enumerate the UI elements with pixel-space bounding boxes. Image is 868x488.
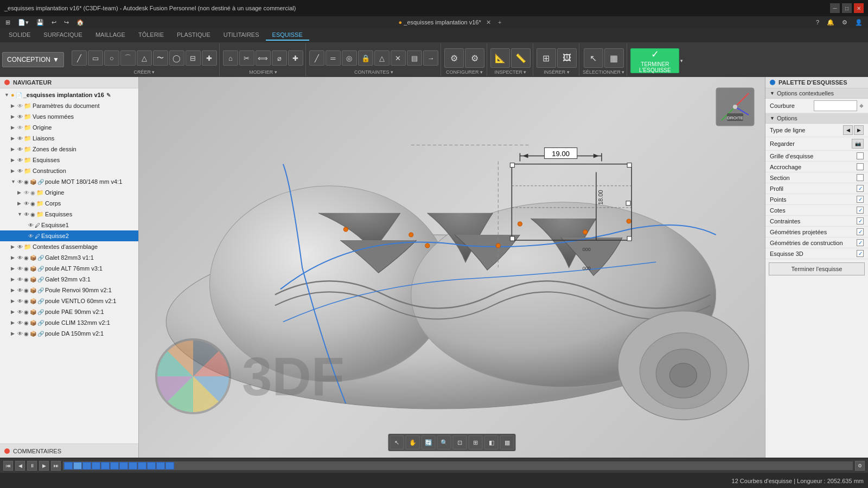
esquisse-3d-checkbox[interactable] <box>857 250 864 257</box>
type-ligne-prev[interactable]: ◀ <box>843 125 853 135</box>
cotes-checkbox[interactable] <box>857 207 864 214</box>
module-tab-utilitaires[interactable]: UTILITAIRES <box>217 30 266 41</box>
menu-item-redo[interactable]: ↪ <box>61 18 72 27</box>
menu-notifications[interactable]: 🔔 <box>824 18 838 27</box>
tl-pause-btn[interactable]: ⏸ <box>27 461 37 471</box>
menu-settings[interactable]: ⚙ <box>839 18 851 27</box>
tl-marker-2[interactable] <box>73 462 82 470</box>
tool-coincident[interactable]: ╱ <box>309 50 324 66</box>
tree-item-construction[interactable]: ▶ 👁 📁 Construction <box>0 165 138 176</box>
tree-item-root[interactable]: ▼ ● 📄 _esquisses implantation v16 ✎ <box>0 89 138 100</box>
vp-display-btn[interactable]: ◧ <box>484 435 499 450</box>
tree-item-poule-mot[interactable]: ▼ 👁 ◉ 📦 🔗 poule MOT 180/148 mm v4:1 <box>0 176 138 187</box>
tool-slot[interactable]: ⊟ <box>186 50 201 66</box>
tree-item-poule-pae[interactable]: ▶ 👁 ◉ 📦 🔗 poule PAE 90mm v2:1 <box>0 306 138 317</box>
maximize-button[interactable]: □ <box>842 3 852 13</box>
options-header[interactable]: ▼ Options <box>765 113 868 124</box>
tree-item-corps[interactable]: ▶ 👁 ◉ 📁 Corps <box>0 198 138 209</box>
vp-section-btn[interactable]: ▦ <box>500 435 514 450</box>
tool-arc[interactable]: ⌒ <box>120 50 136 66</box>
gizmo[interactable]: DROITE <box>713 85 757 129</box>
tree-item-poule-clim[interactable]: ▶ 👁 ◉ 📦 🔗 poule CLIM 132mm v2:1 <box>0 317 138 328</box>
tool-collinear[interactable]: ═ <box>326 50 341 66</box>
menu-item-save[interactable]: 💾 <box>33 18 47 27</box>
tool-ellipse[interactable]: ◯ <box>169 50 184 66</box>
tool-configure1[interactable]: ⚙ <box>444 48 464 68</box>
menu-item-home[interactable]: 🏠 <box>73 18 87 27</box>
tool-equal[interactable]: ▤ <box>407 50 422 66</box>
tab-close-icon[interactable]: ✕ <box>486 19 491 25</box>
tool-lock[interactable]: 🔒 <box>358 50 373 66</box>
tree-area[interactable]: ▼ ● 📄 _esquisses implantation v16 ✎ ▶ 👁 … <box>0 88 138 444</box>
conception-dropdown[interactable]: CONCEPTION ▼ <box>2 52 64 67</box>
tool-midpoint[interactable]: △ <box>374 50 390 66</box>
tree-item-galet92[interactable]: ▶ 👁 ◉ 📦 🔗 Galet 92mm v3:1 <box>0 274 138 285</box>
tl-marker-12[interactable] <box>165 462 174 470</box>
tool-trim[interactable]: ✂ <box>239 50 254 66</box>
regarder-btn[interactable]: 📷 <box>852 139 864 149</box>
tool-point[interactable]: ✚ <box>202 50 217 66</box>
menu-item-undo[interactable]: ↩ <box>48 18 60 27</box>
tool-spline[interactable]: 〜 <box>153 50 168 66</box>
tool-break[interactable]: ⌀ <box>272 50 287 66</box>
tl-marker-6[interactable] <box>110 462 119 470</box>
tl-settings-btn[interactable]: ⚙ <box>855 461 865 471</box>
terminer-esquisse-btn[interactable]: ✓ TERMINER L'ESQUISSE <box>630 48 679 73</box>
tree-item-galet82[interactable]: ▶ 👁 ◉ 📦 🔗 Galet 82mm3 v1:1 <box>0 252 138 263</box>
tree-item-contextes[interactable]: ▶ 👁 📁 Contextes d'assemblage <box>0 241 138 252</box>
vp-fit-btn[interactable]: ⊡ <box>453 435 467 450</box>
tl-marker-7[interactable] <box>119 462 128 470</box>
vp-pan-btn[interactable]: ✋ <box>406 435 420 450</box>
tool-polygon[interactable]: △ <box>137 50 152 66</box>
tree-item-esquisses-root[interactable]: ▶ 👁 📁 Esquisses <box>0 155 138 165</box>
tree-item-vues[interactable]: ▶ 👁 📁 Vues nommées <box>0 111 138 122</box>
tool-insert1[interactable]: ⊞ <box>537 48 556 68</box>
module-tab-tolerie[interactable]: TÔLERIE <box>132 30 170 41</box>
tl-play-btn[interactable]: ▶ <box>39 461 49 471</box>
grille-checkbox[interactable] <box>857 152 864 159</box>
tool-move[interactable]: ✚ <box>288 50 303 66</box>
vp-zoom-btn[interactable]: 🔍 <box>437 435 451 450</box>
options-contextuelles-header[interactable]: ▼ Options contextuelles <box>765 88 868 99</box>
tree-item-params[interactable]: ▶ 👁 📁 Paramètres du document <box>0 100 138 111</box>
tl-marker-11[interactable] <box>156 462 165 470</box>
section-checkbox[interactable] <box>857 174 864 181</box>
tl-marker-9[interactable] <box>138 462 146 470</box>
vp-grid-btn[interactable]: ⊞ <box>469 435 483 450</box>
geo-projetees-checkbox[interactable] <box>857 228 864 235</box>
module-tab-esquisse[interactable]: ESQUISSE <box>266 30 309 41</box>
tool-fillet[interactable]: ⌂ <box>223 50 238 66</box>
tl-marker-5[interactable] <box>101 462 110 470</box>
close-button[interactable]: ✕ <box>854 3 864 13</box>
tool-measure[interactable]: 📐 <box>490 48 510 68</box>
minimize-button[interactable]: ─ <box>830 3 840 13</box>
tree-item-poule-ventlo[interactable]: ▶ 👁 ◉ 📦 🔗 poule VENTLO 60mm v2:1 <box>0 296 138 306</box>
module-tab-surfacique[interactable]: SURFACIQUE <box>37 30 89 41</box>
tl-marker-1[interactable] <box>64 462 73 470</box>
menu-help[interactable]: ? <box>813 18 822 27</box>
tool-symmetry[interactable]: → <box>423 50 438 66</box>
tl-play-back-btn[interactable]: ◀ <box>15 461 25 471</box>
tl-marker-8[interactable] <box>129 462 137 470</box>
tool-select1[interactable]: ↖ <box>584 48 603 68</box>
vp-select-btn[interactable]: ↖ <box>390 435 404 450</box>
tree-item-esquisses2[interactable]: ▼ 👁 ◉ 📁 Esquisses <box>0 209 138 220</box>
tl-marker-4[interactable] <box>92 462 100 470</box>
menu-user[interactable]: 👤 <box>852 18 866 27</box>
tree-item-origine2[interactable]: ▶ 👁 ◉ 📁 Origine <box>0 187 138 198</box>
tool-select2[interactable]: ▦ <box>604 48 624 68</box>
module-tab-plastique[interactable]: PLASTIQUE <box>170 30 217 41</box>
tool-line[interactable]: ╱ <box>72 50 87 66</box>
tl-marker-10[interactable] <box>147 462 156 470</box>
terminer-palette-btn[interactable]: Terminer l'esquisse <box>769 262 865 275</box>
tool-rect[interactable]: ▭ <box>88 50 103 66</box>
accrochage-checkbox[interactable] <box>857 163 864 170</box>
tree-item-poule-alt[interactable]: ▶ 👁 ◉ 📦 🔗 poule ALT 76mm v3:1 <box>0 263 138 274</box>
geo-construction-checkbox[interactable] <box>857 239 864 246</box>
tool-concentric[interactable]: ◎ <box>342 50 357 66</box>
menu-item-grid[interactable]: ⊞ <box>2 18 14 27</box>
tool-configure2[interactable]: ⚙ <box>465 48 484 68</box>
tree-item-esquisse2[interactable]: 👁 🖊 Esquisse2 <box>0 230 138 241</box>
tree-item-liaisons[interactable]: ▶ 👁 📁 Liaisons <box>0 133 138 144</box>
terminer-arrow[interactable]: ▾ <box>680 58 683 63</box>
